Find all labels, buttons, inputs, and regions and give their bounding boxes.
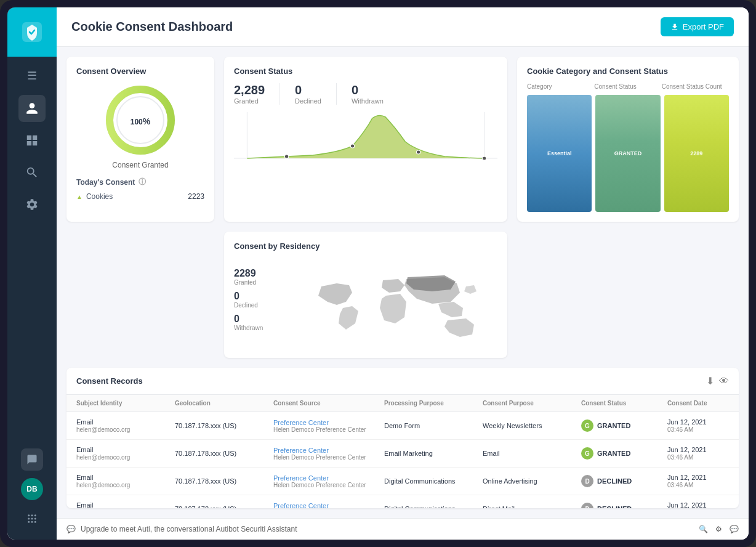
cookie-category-title: Cookie Category and Consent Status xyxy=(527,67,729,76)
badge-text: GRANTED xyxy=(597,422,630,429)
cell-status: D DECLINED xyxy=(581,503,667,508)
cell-status: G GRANTED xyxy=(581,419,667,432)
sidebar-dots-icon[interactable] xyxy=(21,508,43,530)
consent-status-title: Consent Status xyxy=(234,67,497,76)
col-header-status: Consent Status xyxy=(594,83,661,90)
residency-declined: 0 Declined xyxy=(234,291,296,309)
svg-point-9 xyxy=(34,521,36,523)
residency-stats: 2289 Granted 0 Declined 0 Withdrawn xyxy=(234,268,296,348)
date-value: Jun 12, 2021 xyxy=(667,501,739,508)
col-consent-date: Consent Date xyxy=(667,400,739,407)
residency-content: 2289 Granted 0 Declined 0 Withdrawn xyxy=(234,268,497,348)
table-row-inner[interactable]: Email helen@democo.org 70.187.178.xxx (U… xyxy=(66,412,739,439)
cell-source: Preference Center Helen Democo Preferenc… xyxy=(273,419,384,433)
cell-identity: Email helen@democo.org xyxy=(76,501,175,508)
top-panels: Consent Overview xyxy=(66,57,739,222)
donut-chart-container: 100% Consent Granted xyxy=(76,83,204,169)
status-badge: D DECLINED xyxy=(581,475,632,487)
status-granted: 2,289 Granted xyxy=(234,83,280,105)
view-records-button[interactable]: 👁 xyxy=(719,375,729,387)
search-icon[interactable]: 🔍 xyxy=(699,525,708,533)
cookies-row: ▲ Cookies 2223 xyxy=(76,192,204,201)
cookie-category-panel: Cookie Category and Consent Status Categ… xyxy=(517,57,739,222)
col-consent-source: Consent Source xyxy=(273,400,384,407)
status-label: GRANTED xyxy=(614,150,642,156)
sidebar-item-person[interactable] xyxy=(18,95,46,122)
user-avatar[interactable]: DB xyxy=(21,478,43,500)
sidebar-item-search[interactable] xyxy=(18,159,46,186)
chat-icon[interactable]: 💬 xyxy=(730,525,739,533)
cell-geolocation: 70.187.178.xxx (US) xyxy=(175,477,273,485)
table-header: Subject Identity Geolocation Consent Sou… xyxy=(66,395,739,412)
sidebar: ☰ DB xyxy=(7,7,57,540)
date-value: Jun 12, 2021 xyxy=(667,474,739,481)
sidebar-item-grid[interactable] xyxy=(18,127,46,154)
table-row-inner[interactable]: Email helen@democo.org 70.187.178.xxx (U… xyxy=(66,440,739,467)
residency-title: Consent by Residency xyxy=(234,241,497,251)
status-numbers: 2,289 Granted 0 Declined 0 Withdrawn xyxy=(234,83,497,105)
export-pdf-button[interactable]: Export PDF xyxy=(661,17,734,36)
category-bar-green: 2289 xyxy=(664,95,729,212)
source-sub: Helen Democo Preference Center xyxy=(273,426,384,433)
download-records-button[interactable]: ⬇ xyxy=(706,375,714,387)
status-badge: D DECLINED xyxy=(581,503,632,508)
cell-geolocation: 70.187.178.xxx (US) xyxy=(175,422,273,429)
consent-granted-label: Consent Granted xyxy=(112,161,168,169)
svg-point-17 xyxy=(350,144,354,148)
cell-date: Jun 12, 2021 03:46 AM xyxy=(667,446,739,461)
filter-icon[interactable]: ⚙ xyxy=(715,525,722,533)
cell-purpose: Direct Mail xyxy=(483,505,581,508)
badge-text: DECLINED xyxy=(597,477,632,485)
badge-icon: G xyxy=(581,447,593,460)
donut-percentage: 100% xyxy=(131,112,150,128)
col-processing-purpose: Processing Purpose xyxy=(384,400,483,407)
chat-bot-icon: 💬 xyxy=(66,525,76,533)
consent-status-panel: Consent Status 2,289 Granted 0 Declined xyxy=(224,57,507,222)
svg-point-4 xyxy=(28,518,30,520)
trend-up-icon: ▲ xyxy=(76,193,82,200)
sidebar-item-settings[interactable] xyxy=(18,191,46,218)
records-title: Consent Records xyxy=(76,376,143,386)
info-icon[interactable]: ⓘ xyxy=(139,177,146,187)
identity-type: Email xyxy=(76,446,175,453)
residency-granted-value: 2289 xyxy=(234,268,296,279)
sidebar-chat-icon[interactable] xyxy=(21,448,43,471)
cell-source: Preference Center Helen Democo Preferenc… xyxy=(273,474,384,488)
svg-point-19 xyxy=(482,156,486,160)
cell-status: D DECLINED xyxy=(581,475,667,487)
source-name: Preference Center xyxy=(273,419,384,426)
svg-point-5 xyxy=(31,518,33,520)
cell-identity: Email helen@democo.org xyxy=(76,446,175,461)
table-row-inner[interactable]: Email helen@democo.org 70.187.178.xxx (U… xyxy=(66,495,739,508)
app-logo[interactable] xyxy=(7,7,57,57)
bottom-bar-message: 💬 Upgrade to meet Auti, the conversation… xyxy=(66,525,297,533)
category-column-headers: Category Consent Status Consent Status C… xyxy=(527,83,729,90)
table-row-inner[interactable]: Email helen@democo.org 70.187.178.xxx (U… xyxy=(66,468,739,495)
col-subject-identity: Subject Identity xyxy=(76,400,175,407)
svg-point-1 xyxy=(28,514,30,516)
granted-value: 2,289 xyxy=(234,83,265,97)
residency-withdrawn-value: 0 xyxy=(234,314,296,325)
status-withdrawn: 0 Withdrawn xyxy=(352,83,398,105)
menu-toggle-icon[interactable]: ☰ xyxy=(27,69,37,83)
svg-point-18 xyxy=(416,150,420,154)
source-name: Preference Center xyxy=(273,474,384,482)
table-body: Email helen@democo.org 70.187.178.xxx (U… xyxy=(66,412,739,508)
status-badge: G GRANTED xyxy=(581,419,630,432)
status-declined: 0 Declined xyxy=(295,83,337,105)
col-geolocation: Geolocation xyxy=(175,400,273,407)
cell-identity: Email helen@democo.org xyxy=(76,418,175,433)
bottom-bar-icons: 🔍 ⚙ 💬 xyxy=(699,525,739,533)
cell-processing: Email Marketing xyxy=(384,450,483,457)
svg-point-16 xyxy=(284,155,288,158)
sidebar-nav xyxy=(18,95,46,448)
declined-value: 0 xyxy=(295,83,321,97)
identity-email: helen@democo.org xyxy=(76,482,175,488)
category-label: Essential xyxy=(547,150,572,156)
col-consent-status: Consent Status xyxy=(581,400,667,407)
donut-chart: 100% xyxy=(103,83,177,157)
badge-text: DECLINED xyxy=(597,505,632,508)
cell-status: G GRANTED xyxy=(581,447,667,460)
cell-date: Jun 12, 2021 03:44 AM xyxy=(667,501,739,508)
svg-point-3 xyxy=(34,514,36,516)
